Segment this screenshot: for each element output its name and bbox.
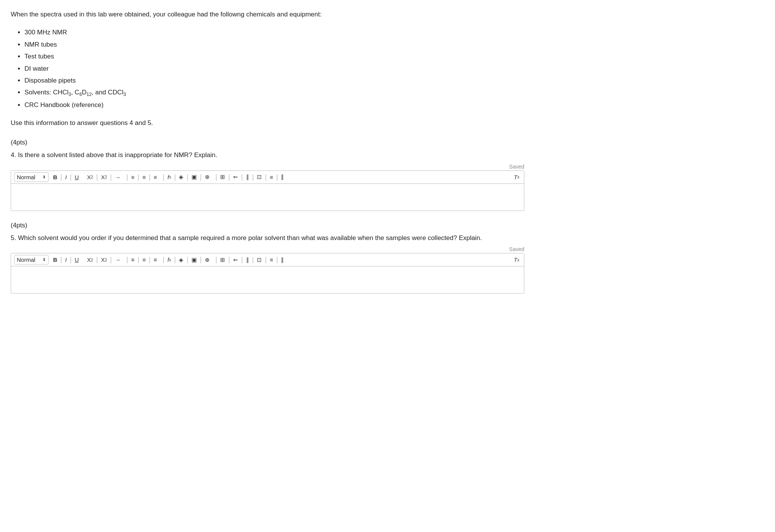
use-info-text: Use this information to answer questions… (11, 118, 524, 128)
sep9-q5: | (174, 256, 176, 264)
sep15-q5: | (252, 256, 254, 264)
style-select-q4[interactable]: Normal ⬍ (14, 172, 49, 182)
question4-text: 4. Is there a solvent listed above that … (11, 150, 524, 160)
question4-editor[interactable]: Normal ⬍ B | I | U X2 | X2 | → | ≡ | (11, 170, 524, 211)
question5-text: 5. Which solvent would you order if you … (11, 233, 524, 243)
align-q5[interactable]: ≡ (152, 256, 159, 264)
bold-button-q5[interactable]: B (52, 256, 59, 264)
sep10-q5: | (186, 256, 188, 264)
rtl-button-q4[interactable]: ⇐ (232, 173, 240, 181)
style-select-arrow-q4: ⬍ (42, 175, 46, 180)
style-select-label-q4: Normal (17, 174, 35, 180)
sep6-q5: | (138, 256, 139, 264)
sep16-q5: | (265, 256, 267, 264)
ordered-list-q4[interactable]: ≡ (130, 173, 136, 181)
more-button-q4[interactable]: ∥ (279, 173, 285, 181)
superscript-button-q5[interactable]: X2 (99, 256, 109, 264)
bars-button-q4[interactable]: ∥ (245, 173, 251, 181)
intro-text: When the spectra used in this lab were o… (11, 9, 524, 19)
special-char-q5[interactable]: ◈ (177, 256, 185, 264)
italic-button-q4[interactable]: I (64, 173, 68, 181)
clear-format-q4[interactable]: Tx (512, 173, 521, 181)
sep5-q4: | (126, 173, 128, 181)
subscript-button-q4[interactable]: X2 (86, 173, 95, 181)
question5-editor[interactable]: Normal ⬍ B | I | U X2 | X2 | → | ≡ | ≡ |… (11, 253, 524, 294)
image-button-q4[interactable]: ▣ (190, 173, 198, 181)
sep6-q4: | (138, 173, 139, 181)
sep4-q4: | (110, 173, 112, 181)
sep1-q5: | (60, 256, 62, 264)
unordered-list-q4[interactable]: ≡ (141, 173, 148, 181)
list-item: Solvents: CHCl3, C6D12, and CDCl3 (24, 86, 524, 99)
sep15-q4: | (252, 173, 254, 181)
link-button-q5[interactable]: ⊕ (203, 256, 211, 264)
table-button-q4[interactable]: ⊞ (219, 173, 227, 181)
sep8-q4: | (163, 173, 165, 181)
question5-content[interactable] (11, 266, 524, 293)
question4-content[interactable] (11, 184, 524, 211)
link-button-q4[interactable]: ⊕ (203, 173, 211, 181)
style-select-label-q5: Normal (17, 256, 35, 263)
style-select-q5[interactable]: Normal ⬍ (14, 255, 49, 264)
arrow-button-q5[interactable]: → (113, 256, 122, 264)
subscript-button-q5[interactable]: X2 (86, 256, 95, 264)
clear-format-q5[interactable]: Tx (512, 256, 521, 264)
sep10-q4: | (186, 173, 188, 181)
question5-saved: Saved (11, 246, 524, 252)
bold-button-q4[interactable]: B (52, 173, 59, 181)
table-button-q5[interactable]: ⊞ (219, 256, 227, 264)
align-q4[interactable]: ≡ (152, 173, 159, 181)
sep2-q5: | (70, 256, 72, 264)
question4-toolbar: Normal ⬍ B | I | U X2 | X2 | → | ≡ | (11, 171, 524, 184)
question4-saved: Saved (11, 164, 524, 170)
sep13-q5: | (228, 256, 230, 264)
italic-button-q5[interactable]: I (64, 256, 68, 264)
question5-pts: (4pts) (11, 222, 524, 229)
list-item: 300 MHz NMR (24, 26, 524, 38)
sep11-q5: | (200, 256, 202, 264)
bars-button-q5[interactable]: ∥ (245, 256, 251, 264)
sep4-q5: | (110, 256, 112, 264)
arrow-button-q4[interactable]: → (113, 173, 122, 181)
underline-button-q5[interactable]: U (73, 256, 80, 264)
sep17-q4: | (276, 173, 278, 181)
indent-button-q5[interactable]: ≡ (268, 256, 275, 264)
image-button-q5[interactable]: ▣ (190, 256, 198, 264)
special-char-q4[interactable]: ◈ (177, 173, 185, 181)
list-item: DI water (24, 63, 524, 75)
question5-block: (4pts) 5. Which solvent would you order … (11, 222, 524, 294)
unordered-list-q5[interactable]: ≡ (141, 256, 148, 264)
list-item: NMR tubes (24, 39, 524, 50)
indent-button-q4[interactable]: ≡ (268, 173, 275, 181)
sep3-q4: | (96, 173, 98, 181)
more-button-q5[interactable]: ∥ (279, 256, 285, 264)
sep9-q4: | (174, 173, 176, 181)
embed-button-q4[interactable]: ⊡ (255, 173, 263, 181)
sep3-q5: | (96, 256, 98, 264)
sep8-q5: | (163, 256, 165, 264)
question4-pts: (4pts) (11, 139, 524, 146)
formula-button-q5[interactable]: fx (166, 256, 172, 264)
rtl-button-q5[interactable]: ⇐ (232, 256, 240, 264)
ordered-list-q5[interactable]: ≡ (130, 256, 136, 264)
question5-toolbar: Normal ⬍ B | I | U X2 | X2 | → | ≡ | ≡ |… (11, 253, 524, 266)
sep12-q5: | (216, 256, 217, 264)
bullet-list: 300 MHz NMR NMR tubes Test tubes DI wate… (24, 26, 524, 111)
sep17-q5: | (276, 256, 278, 264)
sep12-q4: | (216, 173, 217, 181)
sep7-q5: | (149, 256, 151, 264)
superscript-button-q4[interactable]: X2 (99, 173, 109, 181)
list-item: Test tubes (24, 50, 524, 62)
sep11-q4: | (200, 173, 202, 181)
underline-button-q4[interactable]: U (73, 173, 80, 181)
embed-button-q5[interactable]: ⊡ (255, 256, 263, 264)
question4-block: (4pts) 4. Is there a solvent listed abov… (11, 139, 524, 211)
sep14-q4: | (241, 173, 243, 181)
formula-button-q4[interactable]: fx (166, 173, 172, 181)
sep7-q4: | (149, 173, 151, 181)
sep14-q5: | (241, 256, 243, 264)
sep13-q4: | (228, 173, 230, 181)
sep5-q5: | (126, 256, 128, 264)
sep16-q4: | (265, 173, 267, 181)
list-item: CRC Handbook (reference) (24, 99, 524, 111)
